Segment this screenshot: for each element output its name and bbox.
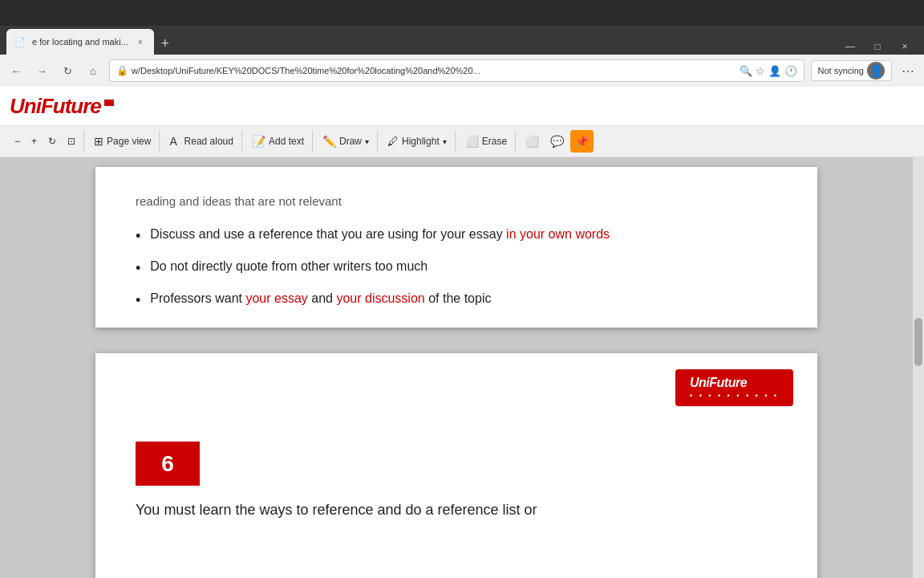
pdf-toolbar: − + ↻ ⊡ ⊞ Page view A Read aloud <box>0 125 924 157</box>
search-icon: 🔍 <box>740 65 752 77</box>
draw-button[interactable]: ✏️ Draw ▾ <box>318 130 374 153</box>
highlight-chevron-icon: ▾ <box>443 137 447 146</box>
bullet-item-3: • Professors want your essay and your di… <box>136 289 777 311</box>
highlight-label: Highlight <box>402 136 440 147</box>
add-text-label: Add text <box>269 136 304 147</box>
bullet-3-red2: your discussion <box>336 291 424 305</box>
address-text: w/Desktop/UniFuture/KEY%20DOCS/The%20tim… <box>132 66 736 75</box>
zoom-in-button[interactable]: + <box>26 130 42 153</box>
refresh-button[interactable]: ↻ <box>58 61 77 80</box>
tab-favicon: 📄 <box>14 37 26 47</box>
bullet-text-3: Professors want your essay and your disc… <box>150 289 491 308</box>
add-text-button[interactable]: 📝 Add text <box>247 130 309 153</box>
page-view-icon: ⊞ <box>94 135 103 148</box>
maximize-button[interactable]: □ <box>865 39 890 55</box>
address-bar: ← → ↻ ⌂ 🔒 w/Desktop/UniFuture/KEY%20DOCS… <box>0 55 924 87</box>
erase-icon: ⬜ <box>465 135 479 148</box>
view-group: ⊞ Page view <box>86 130 160 153</box>
unifuture-logo: UniFuture <box>10 94 101 119</box>
tab-close-button[interactable]: × <box>135 36 146 47</box>
draw-chevron-icon: ▾ <box>365 137 369 146</box>
minimize-button[interactable]: — <box>837 39 863 55</box>
zoom-out-button[interactable]: − <box>10 130 25 153</box>
add-text-group: 📝 Add text <box>244 130 313 153</box>
address-input[interactable]: 🔒 w/Desktop/UniFuture/KEY%20DOCS/The%20t… <box>109 59 804 82</box>
bullet-3-middle: and <box>308 291 337 305</box>
back-button[interactable]: ← <box>6 61 26 80</box>
bullet-text-1: Discuss and use a reference that you are… <box>150 225 610 244</box>
fit-button[interactable]: ⊡ <box>63 130 80 153</box>
bullet-3-before: Professors want <box>150 291 245 305</box>
pdf-viewer[interactable]: reading and ideas that are not relevant … <box>0 157 913 578</box>
more-options-button[interactable]: ⋯ <box>898 61 918 80</box>
pdf-page-1: reading and ideas that are not relevant … <box>95 167 817 328</box>
bullet-item-2: • Do not directly quote from other write… <box>136 257 777 279</box>
rotate-button[interactable]: ↻ <box>43 130 61 153</box>
bullet-item-1: • Discuss and use a reference that you a… <box>136 225 777 247</box>
zoom-group: − + ↻ ⊡ <box>6 130 84 153</box>
rotate-icon: ↻ <box>48 136 56 147</box>
brand-name: UniFuture <box>690 376 747 389</box>
tab-label: e for locating and maki... <box>32 37 128 47</box>
logo-future-part: Future <box>41 94 101 118</box>
zoom-out-icon: − <box>14 136 20 147</box>
sync-button[interactable]: Not syncing 👤 <box>811 60 892 81</box>
pdf-page-2: UniFuture • • • • • • • • • • 6 You must… <box>95 353 817 578</box>
add-text-icon: 📝 <box>252 135 265 148</box>
bullet-dot-3: • <box>136 290 140 311</box>
bottom-text: You must learn the ways to reference and… <box>136 502 777 519</box>
content-area: reading and ideas that are not relevant … <box>0 157 924 578</box>
comment-icon: 💬 <box>550 135 564 148</box>
brand-dots: • • • • • • • • • • <box>690 392 779 400</box>
draw-group: ✏️ Draw ▾ <box>314 130 378 153</box>
profile-avatar: 👤 <box>867 62 885 79</box>
new-tab-button[interactable]: + <box>154 32 176 55</box>
draw-label: Draw <box>339 136 362 147</box>
intro-text: reading and ideas that are not relevant <box>136 191 777 212</box>
page-view-button[interactable]: ⊞ Page view <box>89 130 156 153</box>
forward-button[interactable]: → <box>32 61 51 80</box>
read-aloud-group: A Read aloud <box>161 130 242 153</box>
favorites-icon: ☆ <box>756 65 765 77</box>
logo-uni-part: Uni <box>10 94 41 118</box>
read-aloud-label: Read aloud <box>184 136 233 147</box>
extras-group: ⬜ 💬 📌 <box>517 130 597 153</box>
bullet-1-red: in your own words <box>506 227 610 241</box>
read-aloud-icon: A <box>169 135 180 148</box>
screenshot-icon: ⬜ <box>525 135 539 148</box>
bullet-1-before: Discuss and use a reference that you are… <box>150 227 506 241</box>
zoom-in-icon: + <box>31 136 37 147</box>
highlight-icon: 🖊 <box>387 135 399 148</box>
browser-tab[interactable]: 📄 e for locating and maki... × <box>6 29 154 55</box>
home-button[interactable]: ⌂ <box>83 61 103 80</box>
bullet-3-after: of the topic <box>425 291 492 305</box>
scrollbar-thumb[interactable] <box>914 318 922 366</box>
title-bar <box>0 0 924 26</box>
bullet-dot-1: • <box>136 226 140 247</box>
draw-icon: ✏️ <box>322 135 336 148</box>
lock-icon: 🔒 <box>116 65 128 76</box>
scrollbar-track[interactable] <box>913 157 924 578</box>
slide-number: 6 <box>161 451 174 477</box>
history-icon: 🕐 <box>784 65 797 77</box>
slide-number-box: 6 <box>136 442 200 486</box>
page-content-1: reading and ideas that are not relevant … <box>136 191 777 311</box>
bullet-list: • Discuss and use a reference that you a… <box>136 225 777 311</box>
highlight-button[interactable]: 🖊 Highlight ▾ <box>383 130 452 153</box>
pin-icon: 📌 <box>575 135 589 148</box>
highlight-group: 🖊 Highlight ▾ <box>379 130 456 153</box>
tab-bar: 📄 e for locating and maki... × + — □ × <box>0 26 924 55</box>
close-button[interactable]: × <box>892 39 918 55</box>
erase-label: Erase <box>482 136 507 147</box>
pin-button[interactable]: 📌 <box>570 130 594 153</box>
comment-button[interactable]: 💬 <box>545 130 569 153</box>
sync-label: Not syncing <box>818 66 864 75</box>
read-aloud-button[interactable]: A Read aloud <box>164 130 238 153</box>
brand-box: UniFuture • • • • • • • • • • <box>675 369 793 406</box>
profile-icon: 👤 <box>768 65 781 77</box>
page-spacer <box>136 311 777 360</box>
screenshot-button[interactable]: ⬜ <box>521 130 544 153</box>
bullet-text-2: Do not directly quote from other writers… <box>150 257 428 276</box>
erase-button[interactable]: ⬜ Erase <box>460 130 512 153</box>
page-view-label: Page view <box>107 136 151 147</box>
